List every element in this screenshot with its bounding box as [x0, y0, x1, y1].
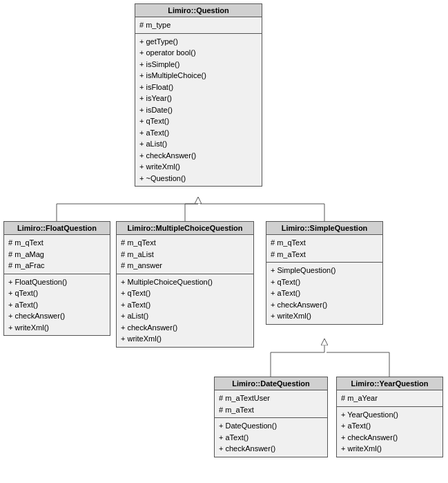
- question-title: Limiro::Question: [135, 4, 262, 17]
- question-attributes: # m_type: [135, 17, 262, 34]
- year-question-methods: + YearQuestion() + aText() + checkAnswer…: [337, 407, 442, 457]
- multiple-choice-title: Limiro::MultipleChoiceQuestion: [117, 222, 253, 235]
- diagram-container: Limiro::Question # m_type + getType() + …: [0, 0, 448, 483]
- multiple-choice-attributes: # m_qText # m_aList # m_answer: [117, 235, 253, 274]
- multiple-choice-class: Limiro::MultipleChoiceQuestion # m_qText…: [116, 221, 254, 348]
- date-question-attributes: # m_aTextUser # m_aText: [215, 390, 327, 418]
- multiple-choice-methods: + MultipleChoiceQuestion() + qText() + a…: [117, 274, 253, 347]
- question-class: Limiro::Question # m_type + getType() + …: [135, 3, 262, 187]
- year-question-attributes: # m_aYear: [337, 390, 442, 407]
- simple-question-methods: + SimpleQuestion() + qText() + aText() +…: [266, 263, 382, 324]
- date-question-class: Limiro::DateQuestion # m_aTextUser # m_a…: [214, 377, 328, 457]
- float-question-attributes: # m_qText # m_aMag # m_aFrac: [4, 235, 110, 274]
- float-question-class: Limiro::FloatQuestion # m_qText # m_aMag…: [3, 221, 110, 336]
- date-question-title: Limiro::DateQuestion: [215, 377, 327, 390]
- year-question-class: Limiro::YearQuestion # m_aYear + YearQue…: [336, 377, 443, 457]
- simple-question-title: Limiro::SimpleQuestion: [266, 222, 382, 235]
- date-question-methods: + DateQuestion() + aText() + checkAnswer…: [215, 418, 327, 457]
- simple-question-attributes: # m_qText # m_aText: [266, 235, 382, 263]
- float-question-title: Limiro::FloatQuestion: [4, 222, 110, 235]
- year-question-title: Limiro::YearQuestion: [337, 377, 442, 390]
- simple-question-class: Limiro::SimpleQuestion # m_qText # m_aTe…: [266, 221, 383, 325]
- float-question-methods: + FloatQuestion() + qText() + aText() + …: [4, 274, 110, 336]
- question-methods: + getType() + operator bool() + isSimple…: [135, 34, 262, 187]
